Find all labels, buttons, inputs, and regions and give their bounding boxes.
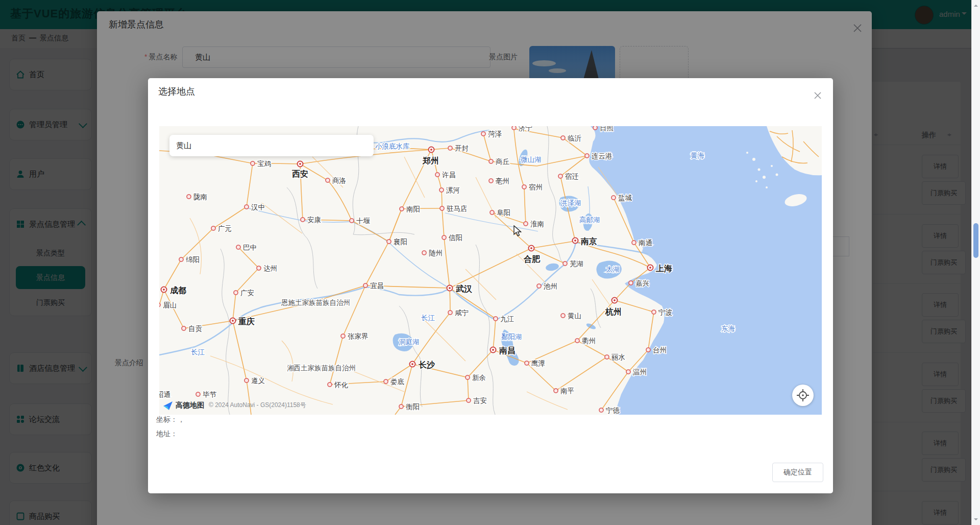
map-label: 新余: [472, 374, 486, 381]
map-label: 南通: [639, 239, 652, 247]
map-label: 襄阳: [394, 238, 407, 246]
map-label: 杭州: [605, 307, 622, 316]
map-search-value: 黄山: [176, 141, 191, 151]
map-label: 巴中: [243, 244, 257, 251]
map-label: 宁波: [658, 308, 672, 316]
map-label: 池州: [544, 282, 557, 290]
map-label: 东海: [721, 325, 735, 332]
map-label: 济宁: [519, 126, 532, 132]
map-label: 阜阳: [497, 209, 510, 217]
map-label: 鹰潭: [531, 360, 546, 367]
map-label: 黄海: [691, 152, 704, 159]
map-label: 南昌: [499, 346, 516, 355]
amap-logo: 高德地图: [162, 400, 204, 411]
map-label: 绵阳: [186, 256, 200, 264]
map-label: 张家界: [348, 332, 369, 340]
map-label: 眉山: [163, 301, 177, 309]
map-label: 西安: [291, 170, 308, 178]
map-label: 许昌: [442, 171, 456, 179]
map-label: 小浪底水库: [375, 142, 410, 150]
map-label: 十堰: [356, 217, 371, 225]
map-label: 宝鸡: [257, 160, 271, 168]
map-label: 重庆: [238, 317, 255, 326]
map-label: 自贡: [188, 325, 203, 332]
map-label: 宁德: [606, 407, 620, 414]
scroll-down-icon[interactable]: [974, 518, 978, 522]
map-label: 宜昌: [370, 282, 384, 290]
map-label: 陇南: [193, 193, 207, 201]
map-label: 洪泽湖: [560, 199, 581, 207]
map-label: 日照: [600, 126, 614, 132]
map-label: 驻马店: [447, 205, 468, 212]
map-label: 九江: [500, 315, 514, 323]
map-label: 吉安: [473, 397, 487, 404]
pick-location-dialog: 选择地点: [148, 78, 833, 493]
map-label: 宿州: [529, 183, 543, 191]
dialog-title: 选择地点: [158, 85, 195, 98]
map-label: 娄底: [390, 378, 404, 386]
coordinate-readout: 坐标：，: [156, 415, 185, 424]
map-label: 衢州: [582, 337, 596, 345]
map-label: 湘西土家族苗族自治州: [287, 364, 356, 372]
map-label: 南京: [580, 236, 597, 246]
map-label: 成都: [169, 286, 186, 295]
map-label: 鄱阳湖: [501, 333, 522, 341]
map-label: 丽水: [611, 353, 625, 361]
map-label: 长江: [191, 348, 205, 356]
map-label: 广元: [218, 225, 232, 232]
map-label: 上海: [655, 264, 672, 273]
map-label: 恩施土家族苗族自治州: [281, 299, 350, 306]
amap-canvas[interactable]: 宝鸡商洛陇南汉中安康十堰广元巴中绵阳达州菏泽济宁临沂日照开封许昌商丘亳州宿迁漯河…: [159, 126, 822, 415]
map-label: 亳州: [496, 177, 509, 185]
map-label: 遵义: [251, 377, 265, 385]
map-label: 安康: [307, 216, 321, 224]
scrollbar-thumb[interactable]: [973, 223, 978, 258]
map-label: 怀化: [334, 381, 349, 389]
map-label: 连云港: [592, 152, 612, 160]
close-icon[interactable]: [814, 91, 823, 101]
map-label: 高邮湖: [579, 216, 600, 224]
map-label: 南平: [560, 387, 574, 395]
map-label: 太湖: [606, 266, 620, 273]
map-label: 芜湖: [570, 260, 583, 268]
map-label: 洞庭湖: [399, 338, 420, 346]
map-label: 达州: [263, 265, 277, 272]
map-label: 咸宁: [455, 309, 469, 317]
map-label: 信阳: [448, 234, 462, 242]
map-label: 商丘: [496, 158, 510, 165]
map-label: 宿迁: [565, 173, 579, 180]
amap-logo-icon: [162, 400, 174, 411]
mouse-cursor: [512, 225, 523, 240]
map-attribution: © 2024 AutoNavi - GS(2024)1158号: [209, 401, 306, 410]
map-label: 汉中: [251, 203, 265, 211]
map-label: 昭通: [159, 391, 170, 398]
address-readout: 地址：: [156, 429, 178, 439]
map-label: 黄山: [568, 312, 581, 320]
amap-brand-text: 高德地图: [176, 401, 204, 410]
map-label: 漯河: [446, 186, 460, 194]
map-label: 广安: [240, 289, 254, 297]
map-label: 淮南: [530, 220, 544, 228]
map-label: 盐城: [618, 194, 632, 202]
map-label: 台州: [653, 346, 667, 354]
map-label: 临沂: [568, 134, 582, 142]
map-search-input[interactable]: 黄山: [169, 135, 374, 156]
map-label: 南阳: [406, 205, 420, 213]
map-label: 长江: [421, 314, 435, 322]
map-label: 毕节: [203, 391, 217, 398]
map-label: 长沙: [419, 361, 435, 369]
map-label: 菏泽: [488, 130, 502, 138]
confirm-location-button[interactable]: 确定位置: [772, 463, 823, 482]
map-label: 武汉: [455, 284, 473, 293]
map-label: 开封: [455, 145, 469, 152]
scroll-up-icon[interactable]: [974, 3, 978, 7]
map-label: 商洛: [332, 177, 346, 184]
map-label: 嘉兴: [635, 279, 649, 287]
locate-icon[interactable]: [792, 385, 814, 406]
map-label: 衡阳: [406, 403, 420, 411]
scrollbar[interactable]: [971, 0, 980, 525]
map-label: 温州: [633, 368, 647, 376]
map-label: 合肥: [523, 255, 541, 264]
map-label: 随州: [429, 249, 443, 257]
map-label: 郑州: [422, 156, 439, 165]
